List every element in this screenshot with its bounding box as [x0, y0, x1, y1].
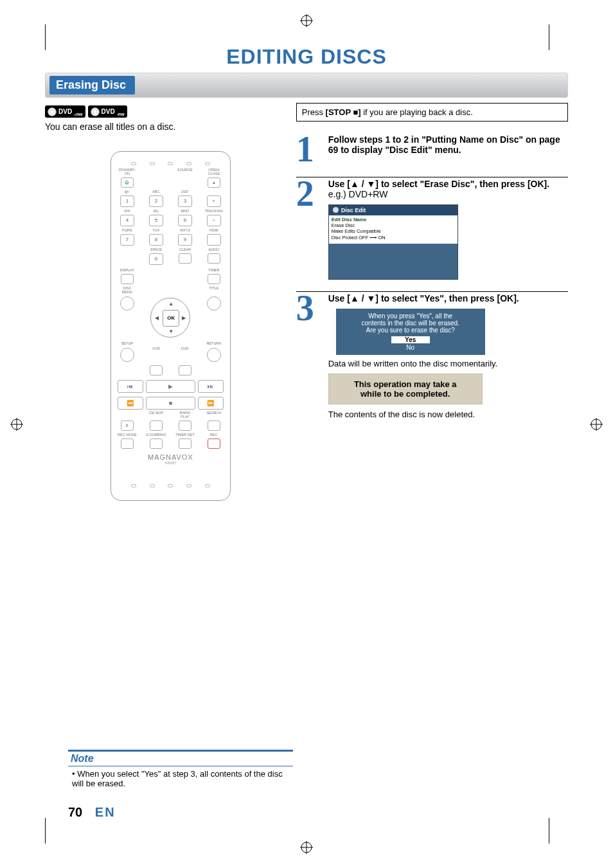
section-header: Erasing Disc [45, 73, 568, 98]
badge-label: DVD [58, 108, 72, 115]
section-header-label: Erasing Disc [49, 76, 135, 95]
page-lang: EN [95, 805, 116, 819]
note-heading: Note [68, 750, 293, 766]
manual-page: EDITING DISCS Erasing Disc DVD +RW DVD -… [0, 0, 613, 868]
disc-edit-menu: Disc Edit Edit Disc Name Erase Disc Make… [328, 204, 458, 280]
step-2-text: Use [▲ / ▼] to select "Erase Disc", then… [328, 179, 549, 189]
page-footer: 70 EN [68, 805, 116, 820]
callout-suffix: if you are playing back a disc. [361, 107, 473, 117]
page-number: 70 [68, 805, 82, 819]
registration-mark-right [590, 418, 603, 431]
confirm-line: When you press "Yes", all the [340, 312, 481, 320]
confirm-dialog: When you press "Yes", all the contents i… [336, 309, 485, 355]
remote-label: TITLE [204, 286, 224, 294]
remote-model: NB887 [118, 461, 224, 465]
busy-line: This operation may take a [338, 379, 473, 389]
badge-sub: -RW [117, 113, 125, 116]
dvd-minus-rw-badge: DVD -RW [88, 105, 127, 118]
dvd-plus-rw-badge: DVD +RW [45, 105, 85, 118]
crop-corner-tr [549, 24, 574, 50]
crop-corner-br [549, 818, 574, 844]
step-1: 1 Follow steps 1 to 2 in "Putting Name o… [296, 133, 568, 165]
remote-label: SOURCE [175, 168, 195, 176]
disc-icon [48, 107, 57, 116]
confirm-line: contents in the disc will be erased. [340, 320, 481, 327]
step-2: 2 Use [▲ / ▼] to select "Erase Disc", th… [296, 177, 568, 280]
registration-mark-bottom [300, 841, 313, 854]
left-column: DVD +RW DVD -RW You can erase all titles… [45, 103, 296, 501]
page-title: EDITING DISCS [45, 45, 568, 69]
callout-prefix: Press [302, 107, 326, 117]
remote-navpad: OK ▲ ▼ ◀ ▶ [150, 298, 190, 338]
remote-label: TIMER [204, 268, 224, 272]
busy-line: while to be completed. [338, 389, 473, 399]
right-column: Press [STOP ■] if you are playing back a… [296, 103, 568, 501]
confirm-yes: Yes [391, 336, 430, 344]
step-1-text: Follow steps 1 to 2 in "Putting Name on … [328, 134, 560, 155]
remote-label: DISPLAY [118, 268, 137, 272]
remote-label: RETURN [204, 341, 224, 345]
dvd-badges: DVD +RW DVD -RW [45, 105, 296, 118]
remote-label: DISC MENU [118, 286, 137, 294]
step-3-after2: The contents of the disc is now deleted. [328, 410, 568, 419]
busy-message: This operation may take a while to be co… [328, 374, 483, 404]
note-box: Note • When you select "Yes" at step 3, … [68, 750, 293, 791]
remote-label: OPEN/ CLOSE [204, 168, 224, 176]
menu-item: Disc Protect OFF ⟶ ON [332, 235, 386, 240]
step-number: 1 [296, 134, 324, 165]
badge-label: DVD [102, 108, 115, 115]
remote-control-diagram: STANDBY-ON SOURCE OPEN/ CLOSE ⏻ ▲ @/:ABC… [111, 151, 231, 501]
note-body: • When you select "Yes" at step 3, all c… [68, 766, 293, 791]
step-number: 3 [296, 293, 324, 419]
disc-edit-title: Disc Edit [341, 207, 366, 213]
menu-item: Erase Disc [332, 222, 355, 228]
confirm-no: No [391, 344, 430, 351]
registration-mark-left [10, 418, 23, 431]
remote-label: STANDBY-ON [118, 168, 137, 176]
step-3-after1: Data will be written onto the disc momen… [328, 359, 568, 368]
disc-icon [91, 107, 100, 116]
step-number: 2 [296, 179, 324, 280]
intro-text: You can erase all titles on a disc. [45, 122, 296, 132]
step-2-eg: e.g.) DVD+RW [328, 189, 388, 199]
confirm-line: Are you sure to erase the disc? [340, 327, 481, 334]
crop-corner-tl [19, 24, 45, 50]
crop-corner-bl [19, 818, 45, 844]
menu-item: Make Edits Compatible [332, 228, 381, 234]
remote-brand: MAGNAVOX [118, 453, 224, 461]
disc-icon [333, 207, 339, 213]
stop-callout: Press [STOP ■] if you are playing back a… [296, 103, 568, 122]
step-3-text: Use [▲ / ▼] to select "Yes", then press … [328, 293, 519, 303]
badge-sub: +RW [74, 113, 82, 116]
remote-ok-button: OK [163, 310, 179, 327]
remote-label: SETUP [118, 341, 137, 345]
callout-button: [STOP ■] [326, 107, 361, 117]
menu-item: Edit Disc Name [332, 217, 367, 222]
registration-mark-top [300, 14, 313, 27]
step-3: 3 Use [▲ / ▼] to select "Yes", then pres… [296, 291, 568, 419]
